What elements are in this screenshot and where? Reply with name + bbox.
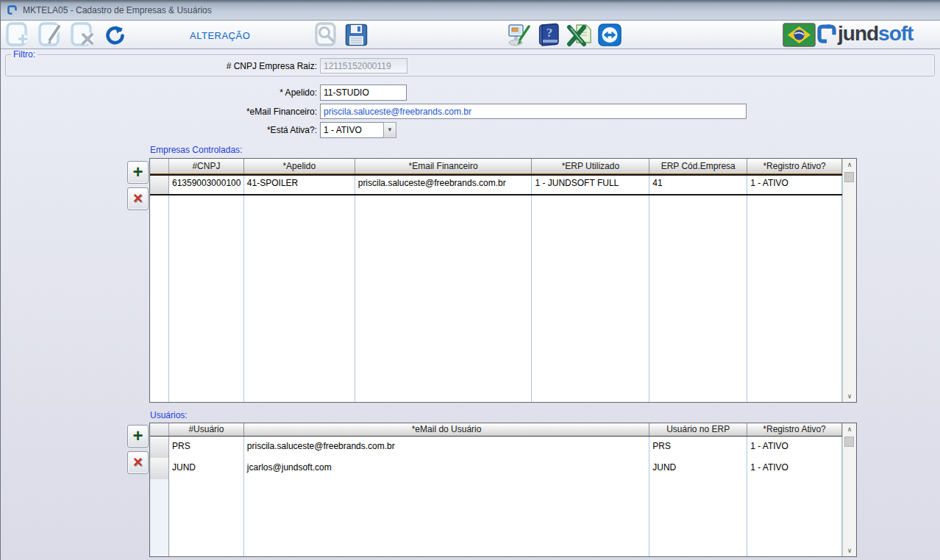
- scroll-down-icon[interactable]: ∨: [843, 390, 856, 402]
- empresas-indicator-header: [150, 159, 169, 173]
- teamviewer-icon[interactable]: [598, 24, 622, 46]
- empresas-col-erp-cod[interactable]: ERP Cód.Empresa: [649, 159, 747, 173]
- refresh-icon[interactable]: [104, 25, 125, 46]
- empresas-section-label: Empresas Controladas:: [150, 145, 242, 155]
- empresas-grid-scrollbar[interactable]: ∧ ∨: [842, 159, 856, 402]
- jundsoft-mark-icon: [816, 23, 838, 45]
- cell-usuario[interactable]: PRS: [169, 437, 244, 458]
- empresas-grid: #CNPJ *Apelido *Email Financeiro *ERP Ut…: [149, 158, 857, 403]
- usuarios-col-email[interactable]: *eMail do Usuário: [244, 423, 649, 436]
- cell-erp-cod[interactable]: 41: [649, 176, 747, 194]
- table-row[interactable]: 61359003000100 41-SPOILER priscila.saluc…: [150, 174, 842, 195]
- usuarios-col-usuario[interactable]: #Usuário: [169, 423, 244, 436]
- new-record-icon[interactable]: [5, 22, 32, 47]
- cell-registro[interactable]: 1 - ATIVO: [747, 458, 842, 479]
- chevron-down-icon: ▼: [387, 126, 393, 133]
- usuarios-col-registro[interactable]: *Registro Ativo?: [747, 423, 842, 436]
- usuarios-grid-scrollbar[interactable]: ∧ ∨: [842, 423, 856, 556]
- toolbar: ALTERAÇÃO ?: [1, 21, 940, 49]
- cell-email[interactable]: priscila.saluceste@freebrands.com.br: [355, 176, 533, 194]
- cell-usuario[interactable]: JUND: [169, 458, 244, 479]
- empresas-add-button[interactable]: +: [127, 161, 149, 184]
- empresas-col-registro[interactable]: *Registro Ativo?: [747, 159, 842, 173]
- empresas-grid-header: #CNPJ *Apelido *Email Financeiro *ERP Ut…: [150, 159, 842, 174]
- app-icon: [7, 4, 18, 15]
- edit-record-icon[interactable]: [38, 22, 64, 47]
- cell-email[interactable]: jcarlos@jundsoft.com: [244, 458, 649, 479]
- remote-support-icon[interactable]: [507, 24, 530, 46]
- table-row[interactable]: PRS priscila.saluceste@freebrands.com.br…: [150, 437, 842, 458]
- x-icon: ×: [133, 189, 143, 207]
- email-financeiro-label: *eMail Financeiro:: [96, 107, 317, 117]
- filter-group-label: Filtro:: [11, 49, 38, 60]
- empresas-delete-button[interactable]: ×: [127, 187, 149, 210]
- cell-apelido[interactable]: 41-SPOILER: [244, 176, 355, 194]
- email-financeiro-field[interactable]: [320, 104, 747, 119]
- usuarios-delete-button[interactable]: ×: [127, 451, 149, 474]
- esta-ativa-combobox[interactable]: [320, 122, 384, 138]
- excel-export-icon[interactable]: [566, 23, 592, 47]
- search-icon[interactable]: [314, 22, 341, 47]
- brand-text-soft: soft: [878, 22, 913, 46]
- usuarios-add-button[interactable]: +: [127, 425, 149, 448]
- cell-registro[interactable]: 1 - ATIVO: [747, 437, 842, 458]
- brand-text-jund: jund: [838, 22, 878, 46]
- row-indicator: [150, 437, 169, 458]
- row-indicator: [150, 176, 169, 194]
- x-icon: ×: [133, 453, 143, 471]
- plus-icon: +: [132, 162, 143, 182]
- scroll-up-icon[interactable]: ∧: [843, 159, 856, 170]
- cell-cnpj[interactable]: 61359003000100: [169, 176, 244, 194]
- cell-erp[interactable]: JUND: [649, 458, 747, 479]
- save-icon[interactable]: [345, 24, 368, 46]
- table-row[interactable]: JUND jcarlos@jundsoft.com JUND 1 - ATIVO: [150, 458, 842, 479]
- apelido-field[interactable]: [320, 85, 407, 101]
- empresas-col-apelido[interactable]: *Apelido: [244, 159, 355, 173]
- usuarios-indicator-header: [150, 423, 169, 436]
- jundsoft-logo: jundsoft: [816, 22, 913, 46]
- scroll-up-icon[interactable]: ∧: [843, 423, 856, 435]
- row-indicator: [150, 458, 169, 479]
- apelido-label: * Apelido:: [96, 87, 317, 98]
- cnpj-raiz-label: # CNPJ Empresa Raiz:: [96, 61, 317, 71]
- empresas-col-cnpj[interactable]: #CNPJ: [169, 159, 244, 173]
- usuarios-section-label: Usuários:: [150, 410, 188, 420]
- empresas-col-erp[interactable]: *ERP Utilizado: [532, 159, 649, 173]
- scroll-down-icon[interactable]: ∨: [843, 545, 856, 556]
- esta-ativa-label: *Está Ativa?:: [96, 125, 317, 135]
- usuarios-grid: #Usuário *eMail do Usuário Usuário no ER…: [149, 423, 857, 557]
- usuarios-grid-empty-area: [150, 479, 842, 556]
- empresas-col-email[interactable]: *Email Financeiro: [355, 159, 533, 173]
- window-title: MKTELA05 - Cadastro de Empresas & Usuári…: [23, 5, 212, 15]
- delete-record-icon[interactable]: [70, 22, 96, 47]
- empresas-grid-empty-area: [150, 195, 842, 402]
- cell-erp[interactable]: PRS: [649, 437, 747, 458]
- brazil-flag: [783, 23, 816, 47]
- scrollbar-thumb[interactable]: [844, 437, 854, 447]
- mode-status-label: ALTERAÇÃO: [190, 30, 250, 41]
- cell-registro[interactable]: 1 - ATIVO: [747, 176, 842, 194]
- usuarios-col-erp[interactable]: Usuário no ERP: [649, 423, 747, 436]
- plus-icon: +: [132, 426, 143, 445]
- title-bar[interactable]: MKTELA05 - Cadastro de Empresas & Usuári…: [1, 0, 940, 21]
- help-book-icon[interactable]: ?: [537, 23, 560, 47]
- usuarios-grid-header: #Usuário *eMail do Usuário Usuário no ER…: [150, 423, 842, 437]
- cnpj-raiz-field: [320, 58, 407, 73]
- app-window: MKTELA05 - Cadastro de Empresas & Usuári…: [0, 0, 940, 560]
- cell-email[interactable]: priscila.saluceste@freebrands.com.br: [244, 437, 649, 458]
- esta-ativa-dropdown-button[interactable]: ▼: [383, 122, 396, 138]
- scrollbar-thumb[interactable]: [844, 172, 854, 182]
- cell-erp[interactable]: 1 - JUNDSOFT FULL: [532, 176, 649, 194]
- svg-text:?: ?: [546, 26, 553, 40]
